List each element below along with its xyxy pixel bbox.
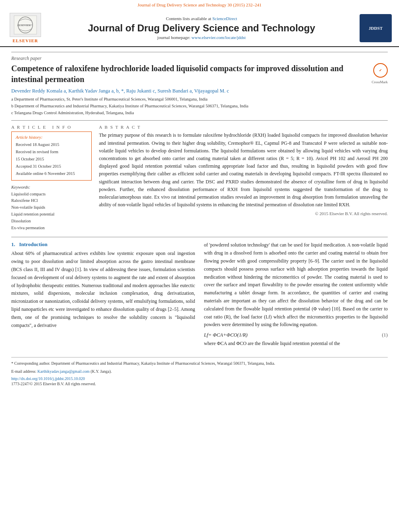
jddst-logo: JDDST: [360, 14, 392, 42]
abstract-col: A B S T R A C T The primary purpose of t…: [99, 125, 388, 231]
article-info-box: Article history: Received 18 August 2015…: [11, 131, 92, 180]
keyword-1: Liquisolid compacts: [11, 191, 92, 198]
article-title: Competence of raloxifene hydrochloride l…: [11, 63, 367, 85]
author-email[interactable]: Karthikyadav.janga@gmail.com: [37, 369, 90, 374]
journal-title: Journal of Drug Delivery Science and Tec…: [43, 23, 360, 34]
footer-area: * Corresponding author. Department of Ph…: [11, 357, 388, 387]
copyright-line: © 2015 Elsevier B.V. All rights reserved…: [99, 211, 388, 216]
content-area: Research paper Competence of raloxifene …: [0, 47, 399, 394]
page: Journal of Drug Delivery Science and Tec…: [0, 0, 399, 532]
title-row: Competence of raloxifene hydrochloride l…: [11, 63, 388, 88]
contents-line: Contents lists available at ScienceDirec…: [43, 16, 360, 21]
intro-left-col: 1. Introduction About 60% of pharmaceuti…: [11, 241, 195, 351]
article-info-col: A R T I C L E I N F O Article history: R…: [11, 125, 92, 231]
paper-type-label: Research paper: [11, 52, 388, 62]
available-date: Available online 6 November 2015: [16, 170, 87, 177]
keyword-3: Non-volatile liquids: [11, 204, 92, 211]
homepage-link[interactable]: www.elsevier.com/locate/jddst: [191, 35, 246, 40]
corresponding-note: * Corresponding author. Department of Ph…: [11, 360, 388, 367]
svg-text:ELSEVIER: ELSEVIER: [17, 24, 31, 27]
crossmark-wrap: ✓ CrossMark: [372, 65, 388, 84]
abstract-text: The primary purpose of this research is …: [99, 131, 388, 209]
doi-link[interactable]: http://dx.doi.org/10.1016/j.jjddst.2015.…: [11, 376, 388, 381]
authors: Devender Reddy Komala a, Karthik Yadav J…: [11, 88, 388, 94]
keyword-4: Liquid retention potential: [11, 211, 92, 218]
keyword-2: Raloxifene HCl: [11, 197, 92, 204]
elsevier-logo: ELSEVIER ELSEVIER: [7, 13, 43, 43]
introduction-body: 1. Introduction About 60% of pharmaceuti…: [11, 241, 388, 351]
keywords-title: Keywords:: [11, 185, 92, 189]
abstract-section-label: A B S T R A C T: [99, 125, 388, 129]
intro-para-2: of 'powdered solution technology' that c…: [204, 241, 388, 329]
accepted-date: Accepted 31 October 2015: [16, 163, 87, 170]
intro-heading: 1. Introduction: [11, 241, 195, 248]
affiliation-a: a Department of Pharmaceutics, St. Peter…: [11, 96, 388, 103]
article-abstract-section: A R T I C L E I N F O Article history: R…: [11, 120, 388, 231]
keyword-5: Dissolution: [11, 218, 92, 225]
introduction-section: 1. Introduction About 60% of pharmaceuti…: [11, 237, 388, 351]
equation-number: (1): [382, 332, 388, 338]
affiliation-b: b Department of Pharmaceutics and Indust…: [11, 103, 388, 110]
journal-homepage: journal homepage: www.elsevier.com/locat…: [43, 35, 360, 40]
received-date: Received 18 August 2015: [16, 141, 87, 148]
journal-header: ELSEVIER ELSEVIER Contents lists availab…: [0, 9, 399, 47]
journal-reference: Journal of Drug Delivery Science and Tec…: [0, 0, 399, 9]
keywords-section: Keywords: Liquisolid compacts Raloxifene…: [11, 185, 92, 232]
email-line: E-mail address: Karthikyadav.janga@gmail…: [11, 368, 388, 375]
intro-para-1: About 60% of pharmaceutical actives exhi…: [11, 250, 195, 329]
article-info-section-label: A R T I C L E I N F O: [11, 125, 92, 129]
crossmark-label: CrossMark: [372, 80, 388, 84]
keyword-6: Ex-viva permeation: [11, 225, 92, 232]
revised-date: 15 October 2015: [16, 156, 87, 163]
journal-title-block: Contents lists available at ScienceDirec…: [43, 16, 360, 40]
elsevier-text: ELSEVIER: [12, 38, 38, 43]
article-history-title: Article history:: [16, 135, 87, 140]
equation-formula: Lf= ΦCA+ΦCO(1/R): [204, 332, 247, 338]
intro-right-col: of 'powdered solution technology' that c…: [204, 241, 388, 351]
issn-line: 1773-2247/© 2015 Elsevier B.V. All right…: [11, 381, 388, 387]
affiliations: a Department of Pharmaceutics, St. Peter…: [11, 96, 388, 116]
intro-para-3: where ΦCA and ΦCO are the flowable liqui…: [204, 340, 388, 348]
equation-1: Lf= ΦCA+ΦCO(1/R) (1): [204, 332, 388, 338]
affiliation-c: c Telangana Drugs Control Administration…: [11, 110, 388, 117]
elsevier-logo-image: ELSEVIER: [10, 13, 41, 37]
crossmark-badge: ✓: [373, 63, 388, 78]
received-revised-label: Received in revised form: [16, 148, 87, 156]
sciencedirect-link[interactable]: ScienceDirect: [212, 16, 237, 21]
